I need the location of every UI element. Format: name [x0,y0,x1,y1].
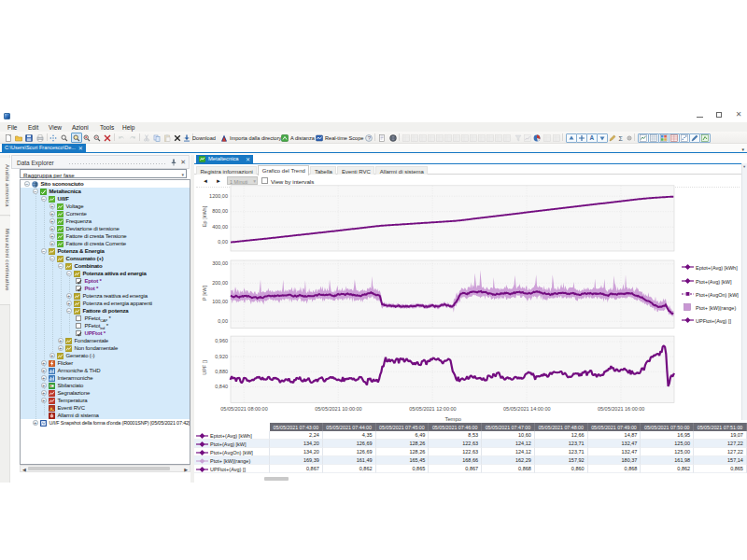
tree-item[interactable]: +Generato (-) [21,352,190,359]
menu-item-edit[interactable]: Edit [28,124,38,131]
paste-button[interactable] [163,133,171,142]
collapse-icon[interactable]: − [49,256,55,261]
save-button[interactable] [25,133,33,142]
expand-icon[interactable]: + [41,375,47,381]
expand-icon[interactable]: + [41,383,47,388]
tree-item[interactable]: +Interarmoniche [21,374,190,382]
tree-item[interactable]: +Fondamentale [21,337,190,344]
gray-grid-button[interactable] [543,133,551,142]
expand-icon[interactable]: + [66,293,72,299]
tree-checkbox-unchecked[interactable] [76,323,82,329]
collapse-icon[interactable]: − [58,263,63,269]
tree-item[interactable]: −Consumato (+) [21,255,190,262]
tree-horizontal-scrollbar[interactable]: ◀ ▶ [20,465,190,472]
collapse-icon[interactable]: − [66,271,72,276]
filter-button[interactable] [514,133,522,142]
gray-grid-button[interactable] [444,133,452,142]
open-folder-button[interactable] [15,133,22,142]
zoom-selection-button[interactable] [71,133,82,143]
tree-checkbox-unchecked[interactable] [76,315,82,322]
panel-close-icon[interactable]: ✕ [180,159,186,166]
tree-item[interactable]: +Fattore di cresta Tensione [21,232,190,240]
menu-item-help[interactable]: Help [122,124,134,131]
pin-icon[interactable] [171,159,176,167]
scroll-left-icon[interactable]: ◀ [22,467,26,472]
import-directory-button[interactable]: Importa dalla directory [220,133,281,142]
expand-icon[interactable]: + [49,233,55,239]
tree-item[interactable]: +Frequenza [21,217,190,225]
expand-icon[interactable]: + [49,218,55,224]
tree-item[interactable]: UPFtot * [21,329,190,337]
group-by-combo[interactable]: Raggruppa per fase ▾ [20,169,187,178]
menu-item-azioni[interactable]: Azioni [72,124,89,131]
table-column-header[interactable]: 05/05/2021 07:47:00 [482,423,535,432]
help-circle-button[interactable]: ? [365,133,373,142]
tree-item[interactable]: +Voltage [21,203,190,210]
tree-checkbox-checked[interactable] [76,330,82,337]
gray-grid-button[interactable] [478,133,486,142]
collapse-icon[interactable]: − [41,248,47,254]
expand-icon[interactable]: + [41,360,47,366]
gray-grid-button[interactable] [428,133,435,142]
expand-icon[interactable]: + [49,203,55,209]
tree-checkbox-checked[interactable] [76,286,82,292]
tree-item[interactable]: +Fattore di cresta Corrente [21,240,190,247]
marker-button[interactable] [626,133,633,142]
gray-grid-button[interactable] [411,133,418,142]
pie-chart-button[interactable] [533,133,541,142]
collapse-icon[interactable]: − [24,181,30,187]
menu-item-file[interactable]: File [7,124,17,131]
expand-icon[interactable]: + [49,211,55,217]
download-button[interactable]: Download [183,133,216,142]
tree-item[interactable]: −Potenza attiva ed energia [21,270,190,277]
gray-grid-button[interactable] [402,133,410,142]
expand-icon[interactable]: + [58,338,63,343]
gray-grid-button[interactable] [461,133,469,142]
table-column-header[interactable]: 05/05/2021 07:46:00 [429,423,482,432]
subtab-grafico-del-trend[interactable]: Grafico del Trend [258,165,309,175]
document-tab[interactable]: C:\Users\Scuri Francesco\De... ✕ [2,144,86,152]
collapse-icon[interactable]: − [41,196,47,202]
tree-item[interactable]: +Corrente [21,210,190,217]
report-button[interactable] [378,133,386,142]
close-button[interactable]: ✕ [734,110,743,119]
axis-down-button[interactable] [597,133,608,143]
tree-item[interactable]: +Temperatura [21,397,190,404]
clear-zoom-button[interactable] [104,133,111,142]
green-export-button[interactable] [699,133,711,143]
remote-button[interactable]: A distanza [281,133,315,142]
zoom-out-button[interactable] [93,133,101,142]
cut-button[interactable] [143,133,150,142]
undo-button[interactable] [118,133,125,142]
tree-item[interactable]: +Sbilanciato [21,382,190,389]
table-scrollbar-thumb[interactable] [264,477,289,481]
copy-button[interactable] [153,133,161,142]
tree-item[interactable]: +Deviazione di tensione [21,225,190,232]
side-tab-misurazioni-continuative[interactable]: Misurazioni continuative [0,217,10,305]
gray-grid-button[interactable] [436,133,444,142]
new-file-button[interactable] [5,133,12,142]
scroll-right-icon[interactable]: ▶ [184,467,188,472]
tree-item[interactable]: Eptot * [21,277,190,285]
tree-item[interactable]: Eventi RVC [21,404,190,412]
table-column-header[interactable]: 05/05/2021 07:44:00 [323,423,376,432]
menu-item-view[interactable]: View [49,124,62,131]
collapse-icon[interactable]: − [66,308,72,314]
expand-icon[interactable]: + [49,353,55,358]
expand-icon[interactable]: + [41,368,47,373]
expand-icon[interactable]: + [66,301,72,306]
gray-grid-button[interactable] [553,133,560,142]
zoom-in-button[interactable] [83,133,91,142]
table-column-header[interactable]: 05/05/2021 07:51:00 [694,423,747,432]
redo-button[interactable] [129,133,136,142]
tree-item[interactable]: +U/I/F Snapshot della forma d'onda (R000… [21,419,190,427]
expand-icon[interactable]: + [33,420,38,426]
tree-item[interactable]: Allarmi di sistema [21,412,190,419]
gray-grid-button[interactable] [419,133,427,142]
delete-x-button[interactable] [174,133,181,142]
pencil-button[interactable] [609,133,616,142]
tree-item[interactable]: −Metaltecnica [21,188,190,195]
tree-item[interactable]: −Fattore di potenza [21,307,190,315]
tree-item[interactable]: +Segnalazione [21,389,190,397]
expand-icon[interactable]: + [58,345,63,351]
